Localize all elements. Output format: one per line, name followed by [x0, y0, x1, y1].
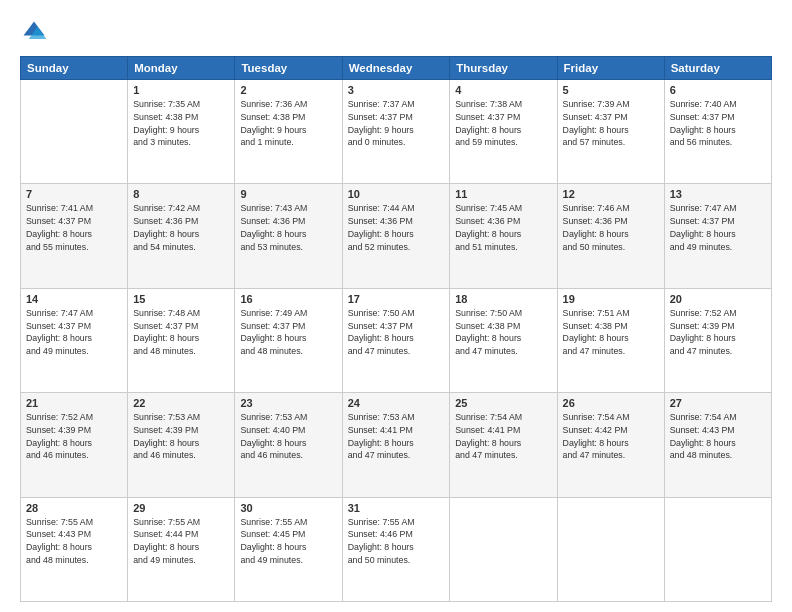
cell-info: Sunrise: 7:50 AM Sunset: 4:38 PM Dayligh… — [455, 307, 551, 358]
cell-info: Sunrise: 7:47 AM Sunset: 4:37 PM Dayligh… — [26, 307, 122, 358]
day-number: 7 — [26, 188, 122, 200]
week-row-3: 21Sunrise: 7:52 AM Sunset: 4:39 PM Dayli… — [21, 393, 772, 497]
day-number: 25 — [455, 397, 551, 409]
calendar-cell: 21Sunrise: 7:52 AM Sunset: 4:39 PM Dayli… — [21, 393, 128, 497]
day-number: 24 — [348, 397, 445, 409]
day-number: 28 — [26, 502, 122, 514]
cell-info: Sunrise: 7:47 AM Sunset: 4:37 PM Dayligh… — [670, 202, 766, 253]
day-number: 26 — [563, 397, 659, 409]
cell-info: Sunrise: 7:35 AM Sunset: 4:38 PM Dayligh… — [133, 98, 229, 149]
calendar-cell: 26Sunrise: 7:54 AM Sunset: 4:42 PM Dayli… — [557, 393, 664, 497]
cell-info: Sunrise: 7:43 AM Sunset: 4:36 PM Dayligh… — [240, 202, 336, 253]
day-number: 15 — [133, 293, 229, 305]
week-row-1: 7Sunrise: 7:41 AM Sunset: 4:37 PM Daylig… — [21, 184, 772, 288]
weekday-header-row: SundayMondayTuesdayWednesdayThursdayFrid… — [21, 57, 772, 80]
calendar-cell: 3Sunrise: 7:37 AM Sunset: 4:37 PM Daylig… — [342, 80, 450, 184]
cell-info: Sunrise: 7:52 AM Sunset: 4:39 PM Dayligh… — [26, 411, 122, 462]
cell-info: Sunrise: 7:54 AM Sunset: 4:42 PM Dayligh… — [563, 411, 659, 462]
weekday-header-friday: Friday — [557, 57, 664, 80]
cell-info: Sunrise: 7:45 AM Sunset: 4:36 PM Dayligh… — [455, 202, 551, 253]
calendar-cell: 22Sunrise: 7:53 AM Sunset: 4:39 PM Dayli… — [128, 393, 235, 497]
calendar-cell: 28Sunrise: 7:55 AM Sunset: 4:43 PM Dayli… — [21, 497, 128, 601]
calendar-cell: 27Sunrise: 7:54 AM Sunset: 4:43 PM Dayli… — [664, 393, 771, 497]
calendar-cell — [664, 497, 771, 601]
calendar-cell: 12Sunrise: 7:46 AM Sunset: 4:36 PM Dayli… — [557, 184, 664, 288]
calendar-cell: 10Sunrise: 7:44 AM Sunset: 4:36 PM Dayli… — [342, 184, 450, 288]
cell-info: Sunrise: 7:53 AM Sunset: 4:39 PM Dayligh… — [133, 411, 229, 462]
day-number: 14 — [26, 293, 122, 305]
cell-info: Sunrise: 7:40 AM Sunset: 4:37 PM Dayligh… — [670, 98, 766, 149]
calendar-cell: 23Sunrise: 7:53 AM Sunset: 4:40 PM Dayli… — [235, 393, 342, 497]
day-number: 20 — [670, 293, 766, 305]
week-row-0: 1Sunrise: 7:35 AM Sunset: 4:38 PM Daylig… — [21, 80, 772, 184]
weekday-header-tuesday: Tuesday — [235, 57, 342, 80]
day-number: 12 — [563, 188, 659, 200]
day-number: 23 — [240, 397, 336, 409]
calendar-cell: 7Sunrise: 7:41 AM Sunset: 4:37 PM Daylig… — [21, 184, 128, 288]
page: SundayMondayTuesdayWednesdayThursdayFrid… — [0, 0, 792, 612]
calendar-cell: 25Sunrise: 7:54 AM Sunset: 4:41 PM Dayli… — [450, 393, 557, 497]
logo-icon — [20, 18, 48, 46]
calendar-cell — [450, 497, 557, 601]
calendar-cell: 6Sunrise: 7:40 AM Sunset: 4:37 PM Daylig… — [664, 80, 771, 184]
calendar-cell — [557, 497, 664, 601]
day-number: 16 — [240, 293, 336, 305]
cell-info: Sunrise: 7:44 AM Sunset: 4:36 PM Dayligh… — [348, 202, 445, 253]
weekday-header-sunday: Sunday — [21, 57, 128, 80]
weekday-header-monday: Monday — [128, 57, 235, 80]
day-number: 19 — [563, 293, 659, 305]
calendar-cell: 31Sunrise: 7:55 AM Sunset: 4:46 PM Dayli… — [342, 497, 450, 601]
cell-info: Sunrise: 7:49 AM Sunset: 4:37 PM Dayligh… — [240, 307, 336, 358]
day-number: 4 — [455, 84, 551, 96]
day-number: 22 — [133, 397, 229, 409]
day-number: 5 — [563, 84, 659, 96]
logo — [20, 18, 52, 46]
cell-info: Sunrise: 7:41 AM Sunset: 4:37 PM Dayligh… — [26, 202, 122, 253]
calendar-cell: 9Sunrise: 7:43 AM Sunset: 4:36 PM Daylig… — [235, 184, 342, 288]
cell-info: Sunrise: 7:54 AM Sunset: 4:43 PM Dayligh… — [670, 411, 766, 462]
calendar-cell: 4Sunrise: 7:38 AM Sunset: 4:37 PM Daylig… — [450, 80, 557, 184]
cell-info: Sunrise: 7:54 AM Sunset: 4:41 PM Dayligh… — [455, 411, 551, 462]
cell-info: Sunrise: 7:48 AM Sunset: 4:37 PM Dayligh… — [133, 307, 229, 358]
day-number: 18 — [455, 293, 551, 305]
weekday-header-saturday: Saturday — [664, 57, 771, 80]
calendar-cell: 20Sunrise: 7:52 AM Sunset: 4:39 PM Dayli… — [664, 288, 771, 392]
cell-info: Sunrise: 7:55 AM Sunset: 4:46 PM Dayligh… — [348, 516, 445, 567]
day-number: 21 — [26, 397, 122, 409]
calendar-cell: 29Sunrise: 7:55 AM Sunset: 4:44 PM Dayli… — [128, 497, 235, 601]
day-number: 1 — [133, 84, 229, 96]
day-number: 10 — [348, 188, 445, 200]
calendar-cell: 17Sunrise: 7:50 AM Sunset: 4:37 PM Dayli… — [342, 288, 450, 392]
calendar-cell: 2Sunrise: 7:36 AM Sunset: 4:38 PM Daylig… — [235, 80, 342, 184]
cell-info: Sunrise: 7:38 AM Sunset: 4:37 PM Dayligh… — [455, 98, 551, 149]
day-number: 9 — [240, 188, 336, 200]
week-row-2: 14Sunrise: 7:47 AM Sunset: 4:37 PM Dayli… — [21, 288, 772, 392]
day-number: 8 — [133, 188, 229, 200]
day-number: 27 — [670, 397, 766, 409]
day-number: 31 — [348, 502, 445, 514]
calendar-cell: 1Sunrise: 7:35 AM Sunset: 4:38 PM Daylig… — [128, 80, 235, 184]
weekday-header-thursday: Thursday — [450, 57, 557, 80]
cell-info: Sunrise: 7:52 AM Sunset: 4:39 PM Dayligh… — [670, 307, 766, 358]
day-number: 17 — [348, 293, 445, 305]
calendar-cell: 5Sunrise: 7:39 AM Sunset: 4:37 PM Daylig… — [557, 80, 664, 184]
calendar-cell: 18Sunrise: 7:50 AM Sunset: 4:38 PM Dayli… — [450, 288, 557, 392]
calendar-cell: 11Sunrise: 7:45 AM Sunset: 4:36 PM Dayli… — [450, 184, 557, 288]
calendar-cell: 8Sunrise: 7:42 AM Sunset: 4:36 PM Daylig… — [128, 184, 235, 288]
cell-info: Sunrise: 7:46 AM Sunset: 4:36 PM Dayligh… — [563, 202, 659, 253]
day-number: 13 — [670, 188, 766, 200]
day-number: 30 — [240, 502, 336, 514]
cell-info: Sunrise: 7:36 AM Sunset: 4:38 PM Dayligh… — [240, 98, 336, 149]
day-number: 11 — [455, 188, 551, 200]
day-number: 29 — [133, 502, 229, 514]
calendar-cell: 13Sunrise: 7:47 AM Sunset: 4:37 PM Dayli… — [664, 184, 771, 288]
cell-info: Sunrise: 7:55 AM Sunset: 4:43 PM Dayligh… — [26, 516, 122, 567]
day-number: 6 — [670, 84, 766, 96]
calendar-cell: 15Sunrise: 7:48 AM Sunset: 4:37 PM Dayli… — [128, 288, 235, 392]
cell-info: Sunrise: 7:55 AM Sunset: 4:45 PM Dayligh… — [240, 516, 336, 567]
weekday-header-wednesday: Wednesday — [342, 57, 450, 80]
calendar-cell: 14Sunrise: 7:47 AM Sunset: 4:37 PM Dayli… — [21, 288, 128, 392]
cell-info: Sunrise: 7:42 AM Sunset: 4:36 PM Dayligh… — [133, 202, 229, 253]
cell-info: Sunrise: 7:53 AM Sunset: 4:41 PM Dayligh… — [348, 411, 445, 462]
calendar-cell: 24Sunrise: 7:53 AM Sunset: 4:41 PM Dayli… — [342, 393, 450, 497]
